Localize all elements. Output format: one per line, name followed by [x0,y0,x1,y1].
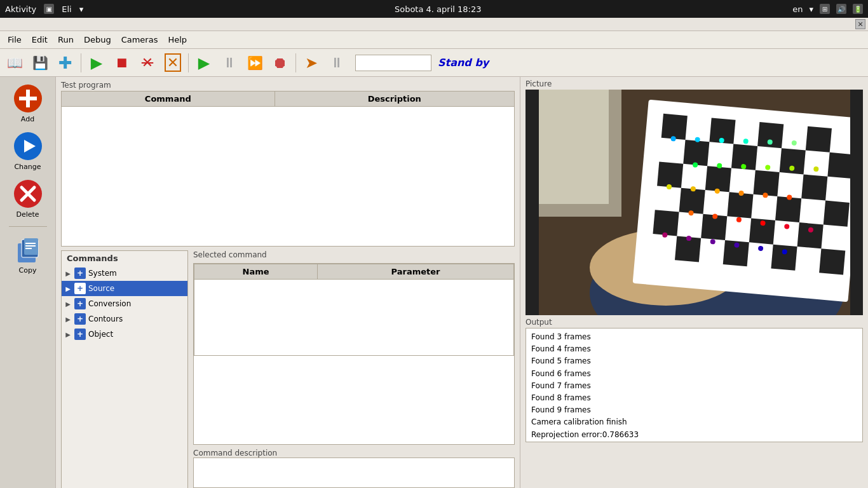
col-description: Description [275,92,514,107]
add-label: Add [21,115,34,123]
output-line: Found 7 frames [531,380,857,392]
window-close-row: ✕ [0,18,868,31]
toolbar-separator-3 [295,53,296,72]
svg-rect-30 [705,166,731,192]
output-line: Found 8 frames [531,392,857,404]
toolbar-status: Stand by [355,55,489,71]
command-source[interactable]: ▶ + Source [62,281,187,296]
cross-button[interactable]: ✕ [135,51,159,75]
command-system[interactable]: ▶ + System [62,266,187,281]
selected-table-wrap: Name Parameter [193,263,515,445]
new-icon: ✚ [58,53,72,72]
arrow-icon: ➤ [305,54,318,72]
right-panel: Picture [520,77,868,488]
conversion-arrow: ▶ [64,300,72,308]
command-object[interactable]: ▶ + Object [62,327,187,342]
record-icon: ⏺ [273,54,288,72]
battery-icon: 🔋 [853,4,863,14]
col-parameter: Parameter [318,264,514,280]
system-clock: Sobota 4. april 18:23 [395,4,482,14]
play-button[interactable]: ▶ [85,51,109,75]
pause2-button[interactable]: ⏸ [325,51,349,75]
conversion-label: Conversion [88,299,131,308]
source-icon: + [74,283,86,294]
change-button[interactable]: Change [4,128,52,173]
arrow-button[interactable]: ➤ [299,51,323,75]
delete-button[interactable]: Delete [4,176,52,221]
window-icon: ▣ [44,4,54,14]
menu-file[interactable]: File [3,34,27,46]
svg-rect-35 [775,196,801,222]
svg-rect-37 [653,210,679,236]
col-name: Name [194,264,318,280]
commands-panel: Commands ▶ + System ▶ + Source ▶ + Con [61,250,188,488]
new-button[interactable]: ✚ [53,51,78,75]
menu-help[interactable]: Help [163,34,192,46]
menu-cameras[interactable]: Cameras [116,34,163,46]
system-bar-right: en ▾ ⊞ 🔊 🔋 [792,4,863,14]
menu-run[interactable]: Run [53,34,79,46]
delete-label: Delete [16,210,39,219]
language-label: en [792,4,803,14]
svg-rect-36 [823,201,849,227]
object-arrow: ▶ [64,330,72,338]
play2-icon: ▶ [198,54,210,72]
status-label: Stand by [438,57,489,69]
save-button[interactable]: 💾 [28,51,52,75]
stop-button[interactable]: ⏹ [110,51,134,75]
commands-title: Commands [62,251,187,266]
system-icon: + [74,268,86,279]
selected-command-panel: Selected command Name Parameter [193,250,515,488]
play-icon: ▶ [91,54,102,72]
menu-debug[interactable]: Debug [79,34,116,46]
command-contours[interactable]: ▶ + Contours [62,311,187,327]
forward-button[interactable]: ⏩ [243,51,267,75]
window-dropdown[interactable]: ▾ [79,4,84,14]
box-icon: ✕ [165,53,181,72]
volume-icon: 🔊 [836,4,846,14]
play2-button[interactable]: ▶ [192,51,216,75]
object-icon: + [74,329,86,340]
output-area[interactable]: Found 3 frames Found 4 frames Found 5 fr… [526,328,863,442]
open-button[interactable]: 📖 [3,51,27,75]
sidebar-separator [9,226,47,227]
main-area: Add Change Delete [0,77,868,488]
system-bar: Aktivity ▣ Eli ▾ Sobota 4. april 18:23 e… [0,0,868,18]
test-program-label: Test program [61,81,515,90]
selected-empty [194,280,514,356]
test-program-body [62,107,515,247]
output-line-calibration: Camera calibration finish [531,416,857,428]
command-description-section: Command description [193,449,515,488]
output-line: Found 9 frames [531,404,857,416]
save-icon: 💾 [32,55,48,71]
output-line: Found 6 frames [531,368,857,380]
forward-icon: ⏩ [247,55,263,71]
close-button[interactable]: ✕ [855,19,865,29]
add-button[interactable]: Add [4,81,52,126]
menu-edit[interactable]: Edit [27,34,53,46]
command-conversion[interactable]: ▶ + Conversion [62,296,187,311]
sidebar: Add Change Delete [0,77,56,488]
copy-button[interactable]: Copy [4,232,52,277]
toolbar: 📖 💾 ✚ ▶ ⏹ ✕ ✕ ▶ ⏸ ⏩ ⏺ ➤ ⏸ Stand by [0,49,868,77]
box-button[interactable]: ✕ [161,51,185,75]
command-description-label: Command description [193,449,515,458]
svg-rect-34 [727,192,753,218]
picture-frame [526,90,863,315]
output-line: Found 3 frames [531,331,857,343]
svg-rect-21 [661,114,687,140]
command-description-input[interactable] [193,458,515,488]
copy-label: Copy [19,266,37,274]
menu-bar: File Edit Run Debug Cameras Help [0,31,868,49]
source-arrow: ▶ [64,285,72,292]
status-input[interactable] [355,55,431,71]
delete-icon [13,179,43,209]
svg-rect-33 [679,188,705,214]
pause-button[interactable]: ⏸ [217,51,241,75]
language-dropdown[interactable]: ▾ [809,4,813,14]
test-program-empty [62,107,515,247]
record-button[interactable]: ⏺ [268,51,292,75]
left-panel: Test program Command Description Command… [56,77,520,488]
change-label: Change [14,163,41,171]
picture-label: Picture [526,79,863,88]
